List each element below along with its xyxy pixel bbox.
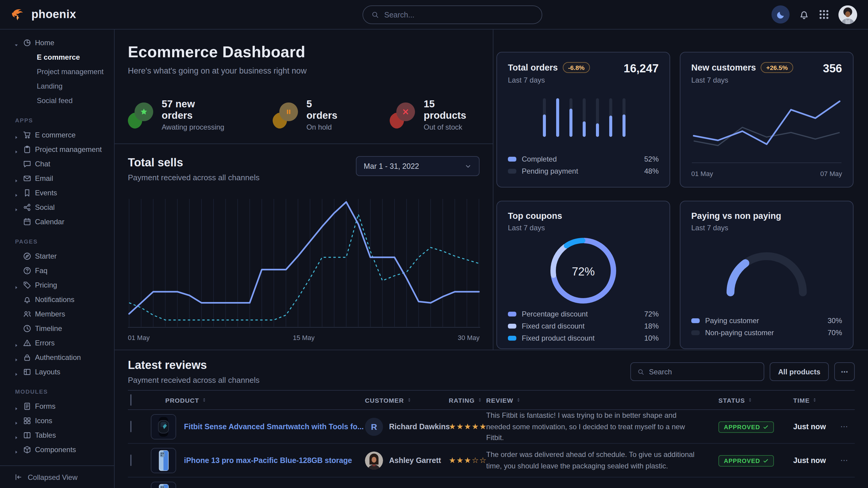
sidebar-subitem-landing[interactable]: Landing <box>0 79 114 93</box>
sidebar-item-components[interactable]: Components <box>0 443 114 457</box>
sidebar-item-label: Starter <box>35 252 57 260</box>
product-link[interactable]: iPhone 13 pro max-Pacific Blue-128GB sto… <box>184 456 352 464</box>
bell-icon <box>23 295 31 304</box>
row-menu-button[interactable]: ⋯ <box>840 456 855 465</box>
legend-value: 30% <box>828 317 842 325</box>
reviews-search[interactable] <box>630 362 764 381</box>
sort-icon <box>477 397 483 403</box>
sidebar-item-layouts[interactable]: Layouts <box>0 365 114 379</box>
stat-caption: Out of stock <box>424 123 479 131</box>
sidebar-item-label: Chat <box>35 160 50 168</box>
sidebar-item-faq[interactable]: Faq <box>0 263 114 278</box>
user-avatar[interactable] <box>838 5 857 24</box>
sidebar-item-calendar[interactable]: Calendar <box>0 215 114 229</box>
row-checkbox-cell <box>128 421 150 432</box>
sidebar-item-members[interactable]: Members <box>0 307 114 321</box>
sidebar-item-project-management[interactable]: Project management <box>0 142 114 157</box>
legend-item-paying-customer: Paying customer30% <box>691 315 842 327</box>
reviews-toolbar: All products ⋯ <box>630 362 855 381</box>
column-header-review[interactable]: REVIEW <box>486 396 718 403</box>
phoenix-logo-icon <box>11 7 27 22</box>
sidebar-item-timeline[interactable]: Timeline <box>0 321 114 336</box>
row-checkbox[interactable] <box>130 421 131 432</box>
sidebar-subitem-social-feed[interactable]: Social feed <box>0 93 114 108</box>
header-checkbox-cell <box>128 395 150 405</box>
brand-name: phoenix <box>31 8 76 21</box>
collapse-view-button[interactable]: Collapsed View <box>0 465 114 488</box>
calendar-icon <box>23 218 31 226</box>
global-search-input[interactable] <box>384 10 533 19</box>
select-all-checkbox[interactable] <box>130 394 131 405</box>
legend-label: Fixed card discount <box>522 322 585 330</box>
table-body: Fitbit Sense Advanced Smartwatch with To… <box>128 410 855 488</box>
sidebar-item-label: Faq <box>35 266 48 275</box>
column-header-time[interactable]: TIME <box>793 396 840 403</box>
more-options-button[interactable]: ⋯ <box>834 362 855 381</box>
sidebar-item-e-commerce[interactable]: E commerce <box>0 128 114 142</box>
row-checkbox-cell <box>128 455 150 466</box>
section-label-apps: APPS <box>0 117 114 124</box>
notifications-button[interactable] <box>799 9 809 20</box>
column-header-status[interactable]: STATUS <box>718 396 793 403</box>
avatar-photo <box>365 451 383 469</box>
new-customers-card: New customers +26.5% Last 7 days 356 01 … <box>680 52 854 188</box>
brand-logo[interactable]: phoenix <box>11 7 76 22</box>
legend-value: 18% <box>644 322 659 330</box>
sidebar-item-icons[interactable]: Icons <box>0 414 114 428</box>
sidebar-item-label: Pricing <box>35 281 57 289</box>
caret-right-icon <box>13 403 19 409</box>
sidebar-item-email[interactable]: Email <box>0 171 114 186</box>
chevron-down-icon <box>464 162 472 170</box>
sidebar-item-errors[interactable]: Errors <box>0 336 114 350</box>
stat-caption: On hold <box>306 123 345 131</box>
card-subtitle: Last 7 days <box>691 76 793 85</box>
column-header-customer[interactable]: CUSTOMER <box>365 396 449 403</box>
x-label: 30 May <box>458 334 479 341</box>
caret-right-icon <box>13 432 19 438</box>
legend-value: 72% <box>644 310 659 318</box>
sidebar-item-authentication[interactable]: Authentication <box>0 350 114 365</box>
reviews-search-input[interactable] <box>649 367 757 376</box>
sidebar-item-home[interactable]: Home <box>0 36 114 50</box>
legend-swatch <box>508 169 516 174</box>
apps-grid-button[interactable] <box>818 9 829 20</box>
top-coupons-card: Top coupons Last 7 days 72% Percentage d… <box>496 201 670 349</box>
warning-icon <box>23 339 31 347</box>
product-link[interactable]: Fitbit Sense Advanced Smartwatch with To… <box>184 423 364 431</box>
sidebar-item-social[interactable]: Social <box>0 200 114 215</box>
sidebar-item-starter[interactable]: Starter <box>0 249 114 263</box>
sidebar-item-tables[interactable]: Tables <box>0 428 114 443</box>
total-sells-subtitle: Payment received across all channels <box>128 173 259 182</box>
stat-15-products: 15 productsOut of stock <box>390 98 479 131</box>
time-cell: Just now <box>793 423 840 431</box>
collapse-label: Collapsed View <box>28 473 78 481</box>
sidebar-item-chat[interactable]: Chat <box>0 157 114 171</box>
paying-gauge-chart <box>721 248 812 299</box>
stat-text: 15 productsOut of stock <box>424 98 479 131</box>
all-products-button[interactable]: All products <box>770 362 829 381</box>
date-range-select[interactable]: Mar 1 - 31, 2022 <box>356 156 479 176</box>
date-range-value: Mar 1 - 31, 2022 <box>364 162 419 170</box>
column-header-rating[interactable]: RATING <box>449 396 486 403</box>
column-header-product[interactable]: PRODUCT <box>150 396 365 403</box>
sidebar-item-events[interactable]: Events <box>0 186 114 200</box>
x-label: 07 May <box>820 170 842 177</box>
sidebar-item-pricing[interactable]: Pricing <box>0 278 114 292</box>
sidebar-subitem-project-management[interactable]: Project management <box>0 65 114 79</box>
caret-right-icon <box>13 132 19 138</box>
review-text: This Fitbit is fantastic! I was trying t… <box>486 410 718 444</box>
sidebar-item-label: Components <box>35 446 76 454</box>
bookmark-icon <box>23 189 31 197</box>
sidebar-item-label: Authentication <box>35 353 81 362</box>
caret-right-icon <box>13 355 19 360</box>
row-menu-button[interactable]: ⋯ <box>840 422 855 431</box>
row-checkbox[interactable] <box>130 454 131 466</box>
theme-toggle-button[interactable] <box>772 5 789 24</box>
global-search[interactable] <box>363 5 542 24</box>
sidebar-item-forms[interactable]: Forms <box>0 399 114 414</box>
customer-name: Ashley Garrett <box>389 456 441 464</box>
legend-swatch <box>508 312 516 317</box>
sidebar-subitem-e-commerce[interactable]: E commerce <box>0 50 114 65</box>
sidebar-item-notifications[interactable]: Notifications <box>0 292 114 307</box>
new-customers-chart <box>692 86 841 165</box>
